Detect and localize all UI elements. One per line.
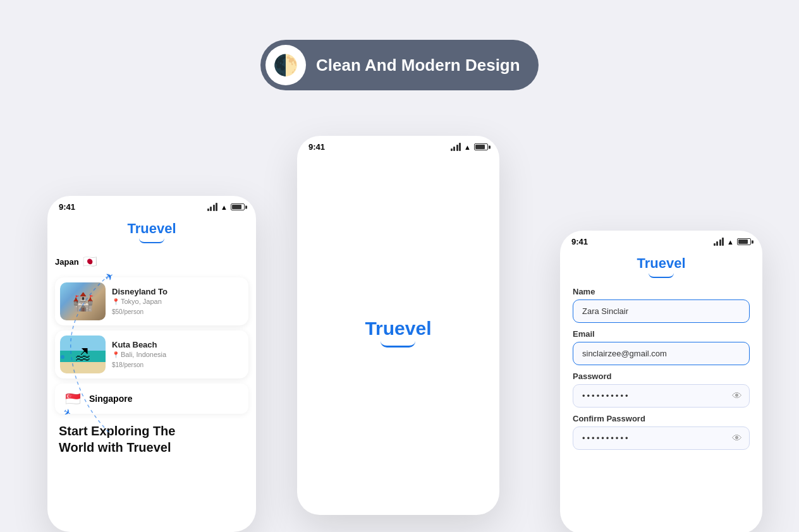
disneyland-location: 📍 Tokyo, Japan	[112, 298, 168, 305]
wifi-icon-center: ▲	[464, 143, 471, 151]
email-label: Email	[573, 329, 750, 339]
beach-price: $18/person	[112, 360, 166, 369]
disneyland-img-bg: 🏰	[60, 282, 106, 320]
truevel-logo-left: Truevel	[47, 221, 256, 237]
disneyland-img: 🏰	[60, 282, 106, 320]
splash-logo: Truevel	[365, 318, 431, 339]
form-logo-smile	[649, 273, 674, 278]
beach-info: Kuta Beach 📍 Bali, Indonesia $18/person	[112, 340, 166, 369]
disneyland-name: Disneyland To	[112, 287, 168, 296]
time-left: 9:41	[59, 202, 75, 212]
name-group: Name	[573, 287, 750, 323]
location-pin-icon2: 📍	[112, 351, 119, 358]
price-unit2: /person	[123, 361, 143, 368]
password-eye-icon[interactable]: 👁	[732, 390, 742, 402]
battery-icon-center	[474, 143, 488, 150]
password-group: Password 👁	[573, 372, 750, 408]
email-input-wrapper	[573, 342, 750, 365]
japan-label: Japan	[55, 257, 79, 267]
form-logo-dark: vel	[666, 255, 686, 271]
form-logo-blue: True	[637, 255, 666, 271]
hero-badge: 🌓 Clean And Modern Design	[260, 40, 539, 90]
beach-name: Kuta Beach	[112, 340, 166, 349]
name-label: Name	[573, 287, 750, 296]
password-input-wrapper: 👁	[573, 384, 750, 408]
disneyland-info: Disneyland To 📍 Tokyo, Japan $50/person	[112, 287, 168, 316]
password-input[interactable]	[573, 384, 750, 408]
location-pin-icon: 📍	[112, 298, 119, 305]
bottom-heading: Start Exploring The World with Truevel	[59, 423, 245, 456]
battery-icon	[231, 203, 245, 210]
logo-blue-left: True	[127, 221, 156, 236]
status-bar-right: 9:41 ▲	[560, 231, 762, 250]
status-icons-right: ▲	[714, 238, 751, 246]
confirm-password-group: Confirm Password 👁	[573, 414, 750, 450]
battery-icon-right	[737, 238, 751, 245]
email-group: Email	[573, 329, 750, 365]
disneyland-price: $50/person	[112, 306, 168, 316]
beach-card: 🏖 Kuta Beach 📍 Bali, Indonesia $18/perso…	[55, 330, 248, 378]
singapore-tag: 🇸🇬 Singapore	[55, 384, 248, 414]
badge-icon: 🌓	[265, 45, 306, 85]
logo-area-left: Truevel	[47, 215, 256, 251]
status-bar-left: 9:41 ▲	[47, 196, 256, 215]
confirm-input[interactable]	[573, 426, 750, 450]
phone-center: 9:41 ▲ Truevel	[297, 136, 499, 515]
splash-screen: Truevel	[297, 155, 499, 509]
time-right: 9:41	[571, 237, 588, 246]
signal-icon-center	[451, 143, 461, 151]
name-input[interactable]	[573, 299, 750, 323]
japan-tag: Japan 🇯🇵	[47, 251, 256, 272]
name-input-wrapper	[573, 299, 750, 323]
form-area: Truevel Name Email Password 👁	[560, 250, 762, 464]
form-logo: Truevel	[573, 255, 750, 278]
center-logo-wrap: Truevel	[365, 318, 431, 348]
logo-dark-left: vel	[157, 221, 176, 236]
phone-right: 9:41 ▲ Truevel Name Email	[560, 231, 762, 532]
confirm-eye-icon[interactable]: 👁	[732, 433, 742, 444]
moon-icon: 🌓	[273, 53, 298, 77]
phone-left: 9:41 ▲ Truevel ✈ ✈ Japan	[47, 196, 256, 532]
wifi-icon-right: ▲	[727, 238, 734, 246]
status-icons-center: ▲	[451, 143, 488, 151]
beach-img-bg: 🏖	[60, 336, 106, 373]
logo-smile-left	[139, 238, 164, 243]
signal-icon	[207, 203, 218, 211]
wifi-icon: ▲	[221, 203, 228, 211]
password-label: Password	[573, 372, 750, 381]
singapore-flag: 🇸🇬	[63, 389, 83, 409]
price-unit: /person	[123, 308, 143, 315]
confirm-input-wrapper: 👁	[573, 426, 750, 450]
japan-flag: 🇯🇵	[83, 255, 97, 269]
signal-icon-right	[714, 238, 724, 246]
form-logo-text: Truevel	[573, 255, 750, 272]
email-input[interactable]	[573, 342, 750, 365]
status-icons-left: ▲	[207, 203, 245, 211]
splash-smile	[381, 341, 415, 348]
splash-logo-blue: True	[365, 318, 405, 339]
beach-img: 🏖	[60, 336, 106, 373]
confirm-label: Confirm Password	[573, 414, 750, 423]
beach-location: 📍 Bali, Indonesia	[112, 351, 166, 358]
splash-logo-dark: vel	[405, 318, 432, 339]
badge-title: Clean And Modern Design	[316, 56, 520, 75]
status-bar-center: 9:41 ▲	[297, 136, 499, 155]
time-center: 9:41	[308, 142, 325, 152]
disneyland-card: 🏰 Disneyland To 📍 Tokyo, Japan $50/perso…	[55, 277, 248, 325]
bottom-text: Start Exploring The World with Truevel	[47, 414, 256, 456]
singapore-label: Singapore	[89, 394, 132, 404]
